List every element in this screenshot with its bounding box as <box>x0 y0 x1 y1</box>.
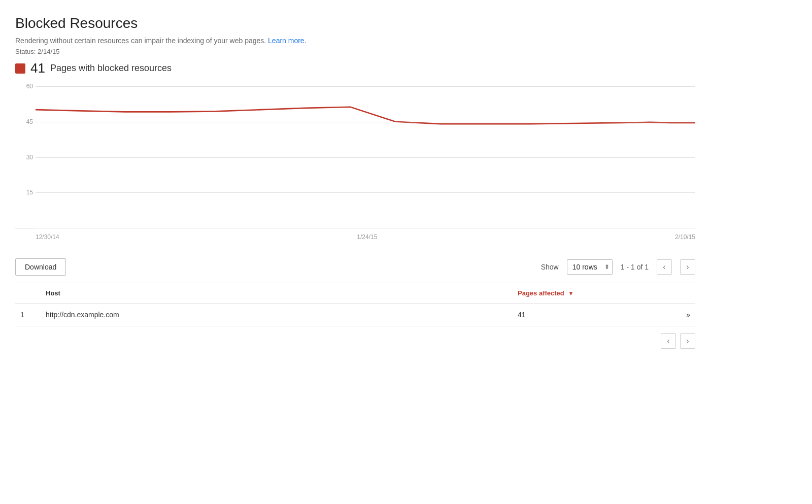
col-header-detail <box>665 283 695 304</box>
row-num: 1 <box>15 304 41 326</box>
toolbar: Download Show 10 rows 25 rows 50 rows 1 … <box>15 251 695 283</box>
y-label-45: 45 <box>15 118 36 125</box>
row-host: http://cdn.example.com <box>41 304 513 326</box>
gridline-0 <box>36 228 695 228</box>
bottom-prev-button[interactable]: ‹ <box>661 333 676 349</box>
col-header-pages-affected[interactable]: Pages affected ▼ <box>513 283 665 304</box>
subtitle: Rendering without certain resources can … <box>15 37 695 45</box>
legend-swatch <box>15 63 25 74</box>
table-header-row: Host Pages affected ▼ <box>15 283 695 304</box>
bottom-pagination: ‹ › <box>15 326 695 356</box>
learn-more-link[interactable]: Learn more. <box>268 37 306 45</box>
status-line: Status: 2/14/15 <box>15 48 695 55</box>
chart-area <box>36 86 695 228</box>
x-axis-labels: 12/30/14 1/24/15 2/10/15 <box>15 233 695 241</box>
gridline-15 <box>36 192 695 193</box>
download-button[interactable]: Download <box>15 258 66 276</box>
gridline-60 <box>36 86 695 87</box>
show-label: Show <box>541 263 559 271</box>
data-table: Host Pages affected ▼ 1 http://cdn.examp… <box>15 283 695 326</box>
pagination-info: 1 - 1 of 1 <box>621 263 649 271</box>
prev-page-button[interactable]: ‹ <box>657 259 672 275</box>
page-title: Blocked Resources <box>15 15 695 31</box>
col-header-host: Host <box>41 283 513 304</box>
chart-y-labels: 60 45 30 15 <box>15 86 36 228</box>
gridline-30 <box>36 157 695 158</box>
sort-arrow-icon: ▼ <box>568 290 573 296</box>
y-label-60: 60 <box>15 83 36 90</box>
rows-select-wrapper[interactable]: 10 rows 25 rows 50 rows <box>567 259 613 275</box>
bottom-next-button[interactable]: › <box>680 333 695 349</box>
x-label-2: 2/10/15 <box>675 233 695 241</box>
y-label-30: 30 <box>15 154 36 161</box>
row-pages-affected: 41 <box>513 304 665 326</box>
gridline-45 <box>36 122 695 122</box>
rows-select[interactable]: 10 rows 25 rows 50 rows <box>567 259 613 275</box>
legend-row: 41 Pages with blocked resources <box>15 60 695 76</box>
x-label-1: 1/24/15 <box>357 233 377 241</box>
legend-count: 41 <box>30 60 45 76</box>
x-label-0: 12/30/14 <box>36 233 59 241</box>
row-detail-link[interactable]: » <box>665 304 695 326</box>
y-label-15: 15 <box>15 189 36 196</box>
table-row: 1 http://cdn.example.com 41 » <box>15 304 695 326</box>
subtitle-text: Rendering without certain resources can … <box>15 37 266 45</box>
col-header-num <box>15 283 41 304</box>
toolbar-right: Show 10 rows 25 rows 50 rows 1 - 1 of 1 … <box>541 259 695 275</box>
chart-gridlines <box>36 86 695 228</box>
chart-container: 60 45 30 15 <box>15 86 695 228</box>
legend-label: Pages with blocked resources <box>50 63 172 74</box>
next-page-button[interactable]: › <box>680 259 695 275</box>
